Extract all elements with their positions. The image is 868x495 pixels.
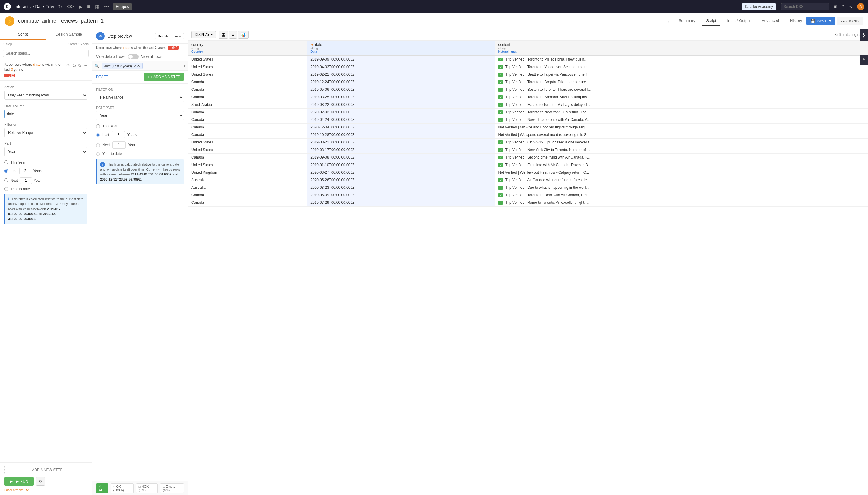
help-circle-icon[interactable]: ?: [667, 19, 670, 23]
recipes-button[interactable]: Recipes: [113, 3, 132, 10]
radio-this-year[interactable]: This Year: [4, 160, 87, 165]
code-icon[interactable]: </>: [67, 4, 74, 9]
filter-on-form-select[interactable]: Relative range: [96, 92, 184, 102]
date-column-input[interactable]: [4, 110, 87, 118]
table-icon[interactable]: ▦: [95, 4, 100, 10]
filter-radio-next[interactable]: Next Year: [96, 141, 184, 149]
radio-next[interactable]: Next Year: [4, 177, 87, 184]
dataiku-academy-button[interactable]: Dataiku Academy: [742, 3, 776, 10]
grid-icon[interactable]: ⊞: [834, 4, 837, 9]
stat-ok[interactable]: ○ OK (100%): [110, 483, 134, 493]
filter-on-form-group: Filter on Relative range: [96, 88, 184, 102]
local-stream-link[interactable]: Local stream: [4, 488, 23, 492]
table-row: Canada2019-10-28T00:00:00.000ZNot Verifi…: [188, 131, 868, 139]
preview-num: 2: [155, 46, 156, 49]
save-button[interactable]: 💾 SAVE ▾: [806, 17, 835, 25]
filter-info-box: i This filter is calculated relative to …: [96, 159, 184, 184]
stat-all[interactable]: ✓ All: [96, 483, 108, 493]
disable-preview-button[interactable]: Disable preview: [155, 33, 184, 39]
right-panel: DISPLAY ▾ ▦ ≡ 📊 356 matching rows countr…: [188, 29, 868, 495]
reset-filter-icon[interactable]: ↺: [133, 64, 136, 68]
toggle-right-label: View all rows: [141, 54, 162, 59]
part-select[interactable]: Year: [4, 147, 87, 156]
left-tab-script[interactable]: Script: [0, 29, 46, 40]
step-power-icon[interactable]: ⏻: [72, 63, 76, 68]
run-button[interactable]: ▶ ▶ RUN: [4, 477, 34, 486]
filter-radio-last[interactable]: Last Years: [96, 131, 184, 138]
run-config-button[interactable]: ⚙: [36, 477, 45, 486]
cell-country: Australia: [188, 176, 308, 184]
play-icon[interactable]: ▶: [79, 4, 82, 10]
radio-last[interactable]: Last Years: [4, 168, 87, 174]
filter-last-num-input[interactable]: [112, 131, 125, 138]
step-count: 1 step: [3, 42, 12, 46]
info-icon: ℹ: [8, 197, 9, 201]
step-eye-icon[interactable]: 👁: [66, 63, 70, 68]
tab-advanced[interactable]: Advanced: [758, 16, 783, 26]
cell-date: 2019-08-21T00:00:00.000Z: [308, 139, 495, 146]
filter-radio-year-to-date[interactable]: Year to date: [96, 152, 184, 156]
step-column-highlight: date: [33, 63, 41, 67]
more-icon[interactable]: •••: [104, 4, 109, 9]
next-num-input[interactable]: [20, 177, 32, 184]
side-btn-1[interactable]: ❯: [860, 29, 868, 41]
table-row: Canada2019-05-06T00:00:00.000Z✓ Trip Ver…: [188, 86, 868, 93]
table-row: Canada2019-03-25T00:00:00.000Z✓ Trip Ver…: [188, 93, 868, 101]
cell-date: 2019-10-28T00:00:00.000Z: [308, 131, 495, 139]
sync-icon[interactable]: ↻: [58, 4, 62, 10]
help-icon[interactable]: ?: [842, 4, 844, 9]
filter-on-label: Filter on: [4, 122, 87, 126]
cell-date: 2019-06-09T00:00:00.000Z: [308, 191, 495, 199]
filter-on-select[interactable]: Relative Range: [4, 128, 87, 137]
verified-badge: ✓: [498, 178, 503, 182]
table-row: Canada2019-06-09T00:00:00.000Z✓ Trip Ver…: [188, 191, 868, 199]
search-steps-input[interactable]: [3, 50, 89, 57]
last-num-input[interactable]: [19, 168, 31, 174]
cell-date: 2019-07-29T00:00:00.000Z: [308, 199, 495, 206]
tab-script[interactable]: Script: [702, 16, 720, 26]
step-copy-icon[interactable]: ⧉: [79, 63, 81, 68]
date-part-form-select[interactable]: Year: [96, 110, 184, 120]
dropdown-col-icon[interactable]: ▾: [184, 64, 186, 68]
tab-summary[interactable]: Summary: [675, 16, 700, 26]
action-select[interactable]: Only keep matching rows: [4, 91, 87, 100]
stream-config-icon[interactable]: ⚙: [25, 488, 29, 492]
table-row: Canada2020-12-04T00:00:00.000ZNot Verifi…: [188, 124, 868, 131]
add-step-button[interactable]: + ADD A NEW STEP: [4, 466, 87, 474]
date-part-form-group: Date part Year: [96, 106, 184, 120]
filter-next-num-input[interactable]: [112, 141, 126, 149]
analytics-icon[interactable]: ∿: [849, 4, 852, 9]
recipe-title-topbar: Interactive Date Filter: [15, 4, 55, 9]
recipe-logo: ⚡: [5, 16, 15, 26]
radio-year-to-date[interactable]: Year to date: [4, 187, 87, 191]
left-tab-design[interactable]: Design Sample: [46, 29, 92, 40]
step-more-icon[interactable]: •••: [84, 63, 87, 68]
info-circle-icon: i: [100, 162, 105, 167]
step-item[interactable]: Keep rows where date is within the last …: [0, 59, 92, 81]
stat-empty[interactable]: □ Empty (0%): [160, 483, 184, 493]
user-icon[interactable]: A: [857, 3, 864, 10]
display-button[interactable]: DISPLAY ▾: [191, 31, 216, 38]
filter-radio-this-year[interactable]: This Year: [96, 124, 184, 128]
add-as-step-button[interactable]: + + ADD AS A STEP: [144, 73, 184, 81]
verified-badge: ✓: [498, 118, 503, 122]
preview-column-highlight: date: [123, 46, 129, 49]
remove-filter-icon[interactable]: ✕: [137, 64, 140, 68]
tab-input-output[interactable]: Input / Output: [723, 16, 755, 26]
table-view-button[interactable]: ▦: [219, 31, 228, 39]
cell-content: ✓ Trip Verified | Toronto to Bogota. Pri…: [495, 79, 868, 86]
filter-panel: Filter on Relative range Date part Year …: [92, 84, 188, 481]
chart-icon[interactable]: ≡: [87, 4, 90, 9]
reset-button[interactable]: RESET: [96, 75, 108, 79]
list-view-button[interactable]: ≡: [229, 31, 237, 39]
search-filter-icon[interactable]: 🔍: [94, 64, 99, 68]
search-input[interactable]: [781, 3, 829, 10]
cell-date: 2019-04-24T00:00:00.000Z: [308, 116, 495, 124]
top-bar: D Interactive Date Filter ↻ </> ▶ ≡ ▦ ••…: [0, 0, 868, 13]
actions-button[interactable]: ACTIONS: [837, 17, 863, 25]
stat-nok[interactable]: □ NOK (0%): [136, 483, 158, 493]
view-deleted-toggle[interactable]: [128, 54, 139, 59]
tab-history[interactable]: History: [786, 16, 806, 26]
cell-country: United States: [188, 139, 308, 146]
chart-view-button[interactable]: 📊: [238, 31, 249, 39]
